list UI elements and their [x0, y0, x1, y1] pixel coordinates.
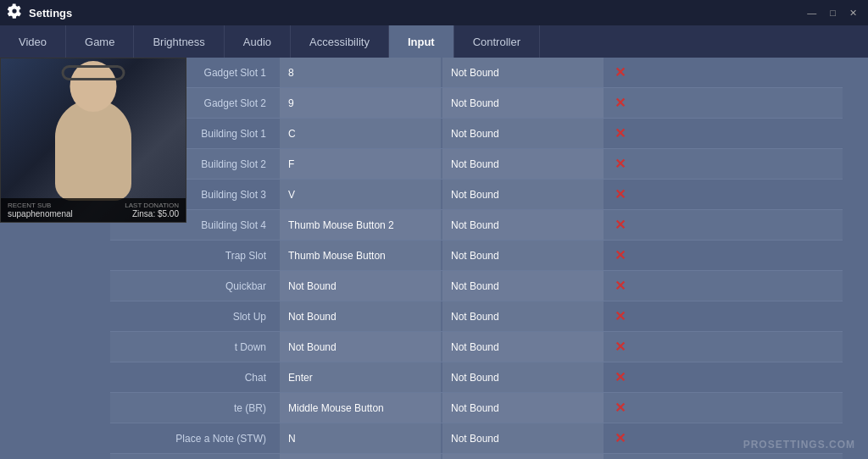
- main-content: Gadget Slot 18Not Bound✕Gadget Slot 29No…: [0, 58, 868, 459]
- table-row: Building Slot 1CNot Bound✕: [110, 119, 843, 149]
- setting-secondary-binding[interactable]: Not Bound: [442, 88, 604, 118]
- table-row: t DownNot BoundNot Bound✕: [110, 332, 843, 362]
- setting-label: Slot Up: [110, 311, 280, 323]
- delete-binding-button[interactable]: ✕: [607, 127, 632, 141]
- table-row: Slot UpNot BoundNot Bound✕: [110, 301, 843, 332]
- close-icon: ✕: [615, 66, 626, 80]
- delete-binding-button[interactable]: ✕: [607, 310, 632, 324]
- table-row: Gadget Slot 18Not Bound✕: [110, 58, 843, 88]
- delete-binding-button[interactable]: ✕: [607, 340, 632, 354]
- setting-secondary-binding[interactable]: Not Bound: [442, 210, 604, 240]
- tab-input[interactable]: Input: [389, 25, 454, 58]
- setting-primary-binding[interactable]: V: [280, 180, 441, 209]
- close-icon: ✕: [615, 158, 626, 171]
- recent-sub-name: supaphenomenal: [8, 209, 73, 218]
- setting-secondary-binding[interactable]: Not Bound: [442, 149, 604, 179]
- delete-binding-button[interactable]: ✕: [607, 158, 632, 171]
- setting-secondary-binding[interactable]: Not Bound: [442, 393, 604, 423]
- table-row: te (BR)Middle Mouse ButtonNot Bound✕: [110, 393, 843, 423]
- setting-secondary-binding[interactable]: Not Bound: [442, 119, 604, 148]
- setting-primary-binding[interactable]: Not Bound: [280, 454, 441, 459]
- close-icon: ✕: [615, 279, 626, 293]
- setting-label: t Down: [110, 341, 280, 353]
- tab-accessibility[interactable]: Accessibility: [291, 25, 389, 58]
- close-icon: ✕: [615, 432, 626, 445]
- setting-primary-binding[interactable]: 8: [280, 58, 441, 87]
- last-donation-value: Zinsa: $5.00: [125, 209, 179, 218]
- delete-binding-button[interactable]: ✕: [607, 218, 632, 232]
- close-icon: ✕: [615, 188, 626, 202]
- setting-secondary-binding[interactable]: Not Bound: [442, 58, 604, 87]
- setting-label: te (BR): [110, 402, 280, 414]
- close-icon: ✕: [615, 218, 626, 232]
- delete-binding-button[interactable]: ✕: [607, 188, 632, 202]
- setting-secondary-binding[interactable]: Not Bound: [442, 180, 604, 209]
- tab-game[interactable]: Game: [66, 25, 134, 58]
- title-bar-title: Settings: [29, 7, 72, 19]
- watermark: PROSETTINGS.COM: [743, 439, 855, 451]
- gear-icon: [7, 3, 22, 22]
- setting-primary-binding[interactable]: Not Bound: [280, 301, 441, 331]
- tab-brightness[interactable]: Brightness: [134, 25, 224, 58]
- setting-secondary-binding[interactable]: Not Bound: [442, 241, 604, 270]
- setting-primary-binding[interactable]: Not Bound: [280, 332, 441, 362]
- setting-primary-binding[interactable]: Enter: [280, 362, 441, 392]
- delete-binding-button[interactable]: ✕: [607, 432, 632, 445]
- setting-label: Quickbar: [110, 280, 280, 292]
- close-icon: ✕: [615, 249, 626, 263]
- title-bar-left: Settings: [7, 3, 72, 22]
- table-row: Building Slot 2FNot Bound✕: [110, 149, 843, 180]
- tab-video[interactable]: Video: [0, 25, 66, 58]
- setting-primary-binding[interactable]: 9: [280, 88, 441, 118]
- close-icon: ✕: [615, 310, 626, 324]
- setting-primary-binding[interactable]: N: [280, 423, 441, 453]
- recent-sub-label: RECENT SUB: [8, 202, 73, 209]
- last-donation-label: LAST DONATION: [125, 202, 179, 209]
- setting-primary-binding[interactable]: C: [280, 119, 441, 148]
- close-icon: ✕: [615, 401, 626, 415]
- settings-table: Gadget Slot 18Not Bound✕Gadget Slot 29No…: [110, 58, 868, 459]
- table-row: Trap SlotThumb Mouse ButtonNot Bound✕: [110, 241, 843, 271]
- setting-primary-binding[interactable]: Middle Mouse Button: [280, 393, 441, 423]
- delete-binding-button[interactable]: ✕: [607, 97, 632, 110]
- webcam-info-bar: RECENT SUB supaphenomenal LAST DONATION …: [1, 198, 186, 222]
- setting-secondary-binding[interactable]: Not Bound: [442, 271, 604, 301]
- table-row: Spot TargetNot BoundNot Bound✕: [110, 454, 843, 459]
- delete-binding-button[interactable]: ✕: [607, 249, 632, 263]
- setting-primary-binding[interactable]: Thumb Mouse Button 2: [280, 210, 441, 240]
- setting-secondary-binding[interactable]: Not Bound: [442, 332, 604, 362]
- setting-label: Place a Note (STW): [110, 433, 280, 445]
- delete-binding-button[interactable]: ✕: [607, 371, 632, 384]
- table-row: QuickbarNot BoundNot Bound✕: [110, 271, 843, 301]
- delete-binding-button[interactable]: ✕: [607, 401, 632, 415]
- setting-label: Chat: [110, 372, 280, 384]
- delete-binding-button[interactable]: ✕: [607, 66, 632, 80]
- title-bar: Settings — □ ✕: [0, 0, 868, 25]
- setting-secondary-binding[interactable]: Not Bound: [442, 362, 604, 392]
- close-icon: ✕: [615, 340, 626, 354]
- delete-binding-button[interactable]: ✕: [607, 279, 632, 293]
- setting-secondary-binding[interactable]: Not Bound: [442, 423, 604, 453]
- table-row: ChatEnterNot Bound✕: [110, 362, 843, 393]
- setting-secondary-binding[interactable]: Not Bound: [442, 301, 604, 331]
- setting-primary-binding[interactable]: Not Bound: [280, 271, 441, 301]
- table-row: Place a Note (STW)NNot Bound✕: [110, 423, 843, 454]
- table-row: Building Slot 3VNot Bound✕: [110, 180, 843, 210]
- tab-audio[interactable]: Audio: [225, 25, 291, 58]
- webcam-overlay: RECENT SUB supaphenomenal LAST DONATION …: [0, 58, 186, 223]
- tab-controller[interactable]: Controller: [454, 25, 540, 58]
- maximize-button[interactable]: □: [826, 6, 840, 19]
- close-icon: ✕: [615, 127, 626, 141]
- nav-tabs: Video Game Brightness Audio Accessibilit…: [0, 25, 868, 58]
- minimize-button[interactable]: —: [803, 6, 821, 19]
- setting-label: Trap Slot: [110, 250, 280, 262]
- close-icon: ✕: [615, 371, 626, 384]
- webcam-last-donation: LAST DONATION Zinsa: $5.00: [125, 202, 179, 218]
- table-row: Building Slot 4Thumb Mouse Button 2Not B…: [110, 210, 843, 241]
- close-icon: ✕: [615, 97, 626, 110]
- setting-primary-binding[interactable]: Thumb Mouse Button: [280, 241, 441, 270]
- setting-primary-binding[interactable]: F: [280, 149, 441, 179]
- setting-secondary-binding[interactable]: Not Bound: [442, 454, 604, 459]
- close-button[interactable]: ✕: [845, 6, 861, 20]
- webcam-recent-sub: RECENT SUB supaphenomenal: [8, 202, 73, 218]
